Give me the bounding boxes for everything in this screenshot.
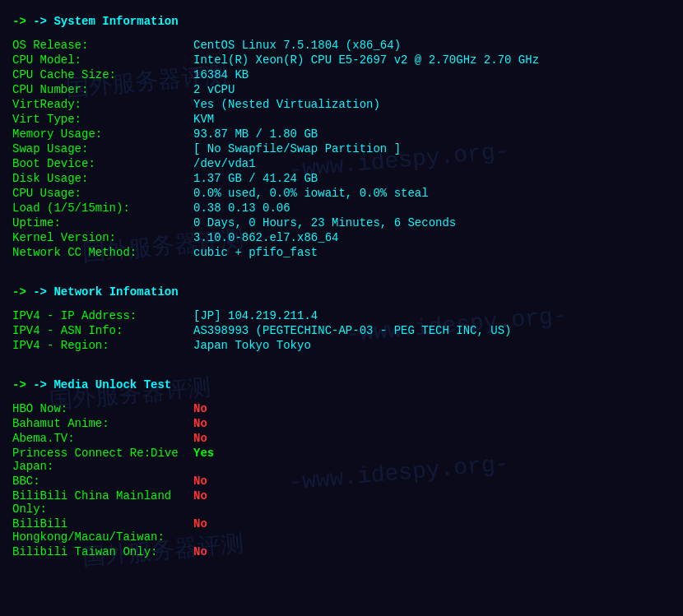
media-unlock-header: -> -> Media Unlock Test [12,378,671,391]
media-arrow: -> [12,378,33,391]
table-row: CPU Number: 2 vCPU [12,82,671,97]
row-value: KVM [193,112,671,127]
system-arrow: -> [12,15,33,28]
row-label: IPV4 - IP Address: [12,308,193,323]
network-title: -> Network Infomation [33,285,178,299]
system-title: -> System Information [33,15,178,28]
row-value: No [193,416,671,431]
row-label: BiliBili China Mainland Only: [12,489,193,516]
row-label: CPU Model: [12,53,193,67]
row-value: CentOS Linux 7.5.1804 (x86_64) [193,38,671,53]
row-label: BBC: [12,474,193,489]
row-value: No [193,489,671,516]
row-label: Princess Connect Re:Dive Japan: [12,446,193,474]
network-info-table: IPV4 - IP Address: [JP] 104.219.211.4 IP… [12,308,671,353]
row-value: No [193,474,671,489]
network-info-header: -> -> Network Infomation [12,285,671,299]
table-row: Load (1/5/15min): 0.38 0.13 0.06 [12,201,671,215]
table-row: IPV4 - IP Address: [JP] 104.219.211.4 [12,308,671,323]
table-row: IPV4 - ASN Info: AS398993 (PEGTECHINC-AP… [12,323,671,338]
row-label: CPU Number: [12,82,193,97]
row-label: Virt Type: [12,112,193,127]
system-info-header: -> -> System Information [12,15,671,28]
row-value: Yes (Nested Virtualization) [193,97,671,112]
table-row: Bahamut Anime: No [12,416,671,431]
table-row: Network CC Method: cubic + pfifo_fast [12,245,671,260]
row-label: OS Release: [12,38,193,53]
table-row: BiliBili Hongkong/Macau/Taiwan: No [12,516,671,544]
row-value: AS398993 (PEGTECHINC-AP-03 - PEG TECH IN… [193,323,671,338]
table-row: VirtReady: Yes (Nested Virtualization) [12,97,671,112]
row-label: CPU Usage: [12,186,193,201]
table-row: Bilibili Taiwan Only: No [12,544,671,559]
row-label: CPU Cache Size: [12,67,193,82]
table-row: Princess Connect Re:Dive Japan: Yes [12,446,671,474]
table-row: Virt Type: KVM [12,112,671,127]
table-row: BiliBili China Mainland Only: No [12,489,671,516]
row-value: cubic + pfifo_fast [193,245,671,260]
row-label: Disk Usage: [12,171,193,186]
row-value: 93.87 MB / 1.80 GB [193,127,671,141]
row-label: HBO Now: [12,401,193,416]
row-value: 2 vCPU [193,82,671,97]
row-label: Swap Usage: [12,141,193,156]
row-label: Boot Device: [12,156,193,171]
row-value: 0 Days, 0 Hours, 23 Minutes, 6 Seconds [193,215,671,230]
row-value: 3.10.0-862.el7.x86_64 [193,230,671,245]
table-row: Boot Device: /dev/vda1 [12,156,671,171]
table-row: BBC: No [12,474,671,489]
row-value: [ No Swapfile/Swap Partition ] [193,141,671,156]
row-value: No [193,544,671,559]
row-value: No [193,516,671,544]
table-row: Disk Usage: 1.37 GB / 41.24 GB [12,171,671,186]
table-row: Memory Usage: 93.87 MB / 1.80 GB [12,127,671,141]
table-row: Kernel Version: 3.10.0-862.el7.x86_64 [12,230,671,245]
row-value: 0.38 0.13 0.06 [193,201,671,215]
network-arrow: -> [12,285,33,299]
row-value: Yes [193,446,671,474]
row-label: IPV4 - Region: [12,338,193,353]
row-label: IPV4 - ASN Info: [12,323,193,338]
row-value: No [193,431,671,446]
system-info-table: OS Release: CentOS Linux 7.5.1804 (x86_6… [12,38,671,260]
table-row: CPU Model: Intel(R) Xeon(R) CPU E5-2697 … [12,53,671,67]
row-label: Bilibili Taiwan Only: [12,544,193,559]
row-value: 0.0% used, 0.0% iowait, 0.0% steal [193,186,671,201]
row-value: 16384 KB [193,67,671,82]
table-row: Swap Usage: [ No Swapfile/Swap Partition… [12,141,671,156]
table-row: IPV4 - Region: Japan Tokyo Tokyo [12,338,671,353]
row-value: [JP] 104.219.211.4 [193,308,671,323]
row-value: No [193,401,671,416]
row-label: Kernel Version: [12,230,193,245]
table-row: Abema.TV: No [12,431,671,446]
row-value: /dev/vda1 [193,156,671,171]
media-unlock-table: HBO Now: No Bahamut Anime: No Abema.TV: … [12,401,671,559]
media-title: -> Media Unlock Test [33,378,171,391]
row-value: 1.37 GB / 41.24 GB [193,171,671,186]
row-label: Bahamut Anime: [12,416,193,431]
row-label: VirtReady: [12,97,193,112]
table-row: CPU Usage: 0.0% used, 0.0% iowait, 0.0% … [12,186,671,201]
row-label: Uptime: [12,215,193,230]
row-value: Intel(R) Xeon(R) CPU E5-2697 v2 @ 2.70GH… [193,53,671,67]
row-label: Memory Usage: [12,127,193,141]
table-row: CPU Cache Size: 16384 KB [12,67,671,82]
row-label: Network CC Method: [12,245,193,260]
row-label: BiliBili Hongkong/Macau/Taiwan: [12,516,193,544]
table-row: HBO Now: No [12,401,671,416]
row-value: Japan Tokyo Tokyo [193,338,671,353]
table-row: OS Release: CentOS Linux 7.5.1804 (x86_6… [12,38,671,53]
row-label: Load (1/5/15min): [12,201,193,215]
table-row: Uptime: 0 Days, 0 Hours, 23 Minutes, 6 S… [12,215,671,230]
row-label: Abema.TV: [12,431,193,446]
